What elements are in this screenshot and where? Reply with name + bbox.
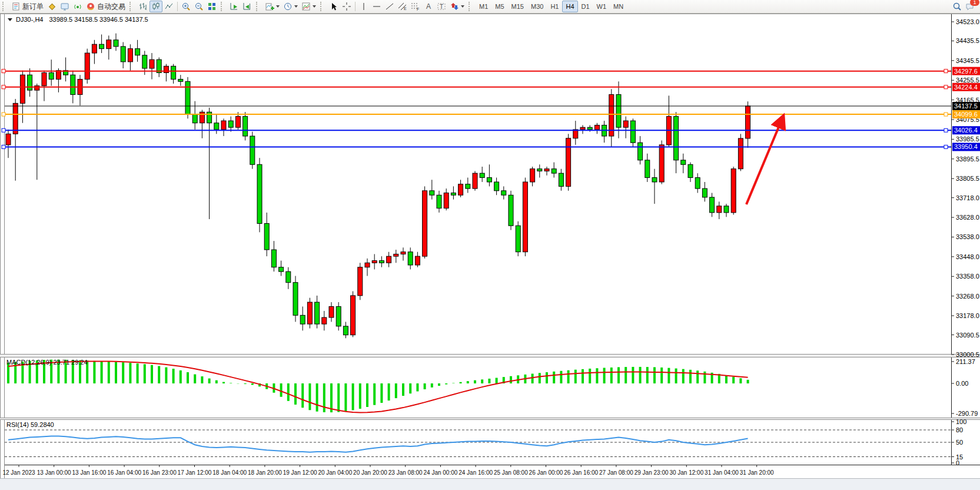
autotrade-button[interactable]: 自动交易 bbox=[84, 1, 127, 12]
toolbar-grip[interactable] bbox=[256, 2, 261, 11]
price-line-34026.4[interactable] bbox=[2, 128, 951, 132]
symbol-dropdown-icon[interactable] bbox=[8, 18, 12, 21]
time-label: 20 Jan 04:00 bbox=[318, 469, 352, 476]
templates-button[interactable] bbox=[300, 1, 318, 12]
periods-button[interactable] bbox=[281, 1, 300, 12]
toolbar-grip[interactable] bbox=[129, 2, 135, 11]
indicators-button[interactable] bbox=[263, 1, 281, 12]
timeframe-m15[interactable]: M15 bbox=[508, 1, 527, 12]
svg-text:211.37: 211.37 bbox=[956, 358, 975, 365]
text-label-button[interactable]: T bbox=[435, 1, 448, 12]
chart-window: 34523.034435.534345.534255.534165.534075… bbox=[0, 14, 980, 490]
svg-text:34026.4: 34026.4 bbox=[954, 127, 978, 134]
fibonacci-button[interactable]: F bbox=[409, 1, 422, 12]
zoom-in-button[interactable] bbox=[180, 1, 192, 12]
crosshair-button[interactable] bbox=[340, 1, 353, 12]
time-label: 31 Jan 20:00 bbox=[740, 469, 774, 476]
rsi-pane bbox=[5, 430, 951, 457]
svg-text:34099.6: 34099.6 bbox=[954, 111, 978, 118]
trendline-button[interactable] bbox=[383, 1, 396, 12]
price-line-34224.4[interactable] bbox=[2, 85, 951, 89]
cursor-button[interactable] bbox=[327, 1, 340, 12]
svg-text:33000.5: 33000.5 bbox=[956, 351, 979, 358]
time-label: 27 Jan 08:00 bbox=[599, 469, 633, 476]
svg-text:80: 80 bbox=[956, 426, 963, 433]
svg-text:33985.5: 33985.5 bbox=[956, 135, 979, 143]
line-chart-button[interactable] bbox=[162, 1, 175, 12]
zoom-out-button[interactable] bbox=[192, 1, 205, 12]
bar-chart-button[interactable] bbox=[137, 1, 150, 12]
timeframe-h4[interactable]: H4 bbox=[562, 1, 577, 12]
toolbar-grip[interactable] bbox=[469, 2, 474, 11]
status-strip bbox=[0, 478, 980, 490]
dropdown-caret bbox=[294, 5, 298, 8]
text-button[interactable]: A bbox=[422, 1, 435, 12]
price-line-34099.6[interactable] bbox=[2, 112, 951, 116]
market-depth-button[interactable] bbox=[58, 1, 71, 12]
time-label: 16 Jan 23:00 bbox=[142, 469, 177, 476]
time-label: 13 Jan 00:00 bbox=[37, 469, 71, 476]
timeframe-h1[interactable]: H1 bbox=[547, 1, 562, 12]
arrow-objects-icon bbox=[450, 2, 459, 11]
timeframe-m1[interactable]: M1 bbox=[476, 1, 491, 12]
cursor-icon bbox=[329, 2, 338, 11]
rsi-label: RSI(14) 59.2840 bbox=[6, 421, 54, 428]
time-label: 26 Jan 00:00 bbox=[529, 469, 563, 476]
toolbar-grip[interactable] bbox=[320, 2, 325, 11]
time-label: 26 Jan 16:00 bbox=[564, 469, 598, 476]
line-chart-icon bbox=[164, 2, 174, 11]
timeframe-m5[interactable]: M5 bbox=[491, 1, 507, 12]
toolbar-grip[interactable] bbox=[221, 2, 226, 11]
fibonacci-icon: F bbox=[411, 2, 420, 11]
seal-button[interactable] bbox=[45, 1, 58, 12]
horizontal-line-button[interactable] bbox=[370, 1, 383, 12]
price-badge-34026.4: 34026.4 bbox=[952, 126, 980, 134]
timeframe-d1[interactable]: D1 bbox=[578, 1, 593, 12]
notifications-button[interactable]: 1 bbox=[964, 1, 976, 12]
template-icon bbox=[301, 2, 311, 11]
rsi-line bbox=[8, 436, 748, 452]
time-label: 29 Jan 23:00 bbox=[634, 469, 669, 476]
svg-text:33538.0: 33538.0 bbox=[956, 233, 979, 240]
auto-scroll-button[interactable] bbox=[228, 1, 241, 12]
channel-button[interactable]: E bbox=[396, 1, 409, 12]
time-label: 24 Jan 16:00 bbox=[459, 469, 493, 476]
clock-icon bbox=[283, 2, 293, 11]
vertical-line-icon bbox=[359, 2, 368, 11]
market-depth-icon bbox=[60, 2, 69, 11]
timeframe-m30[interactable]: M30 bbox=[527, 1, 547, 12]
dropdown-caret bbox=[313, 5, 316, 8]
tile-windows-button[interactable] bbox=[205, 1, 218, 12]
svg-text:A: A bbox=[426, 2, 431, 11]
search-button[interactable] bbox=[951, 1, 964, 12]
time-label: 24 Jan 00:00 bbox=[423, 469, 457, 476]
signals-button[interactable] bbox=[71, 1, 84, 12]
vertical-line-button[interactable] bbox=[357, 1, 370, 12]
horizontal-line-icon bbox=[372, 2, 381, 11]
svg-text:34345.5: 34345.5 bbox=[956, 57, 979, 64]
notification-count-badge: 1 bbox=[970, 0, 979, 6]
price-line-34297.6[interactable] bbox=[2, 69, 951, 73]
svg-text:34255.5: 34255.5 bbox=[956, 77, 979, 84]
time-label: 20 Jan 20:00 bbox=[353, 469, 387, 476]
toolbar-grip[interactable] bbox=[2, 2, 8, 11]
price-badge-34224.4: 34224.4 bbox=[952, 83, 980, 91]
timeframe-mn[interactable]: MN bbox=[610, 1, 627, 12]
mt4-window: { "toolbar": { "new_order_label": "新订单",… bbox=[0, 0, 980, 490]
svg-text:34224.4: 34224.4 bbox=[954, 84, 978, 91]
svg-text:E: E bbox=[404, 6, 407, 11]
timeframe-w1[interactable]: W1 bbox=[593, 1, 610, 12]
macd-pane bbox=[8, 360, 748, 413]
svg-text:100: 100 bbox=[956, 418, 966, 425]
new-order-button[interactable]: 新订单 bbox=[9, 1, 45, 12]
price-line-33950.4[interactable] bbox=[2, 145, 951, 148]
arrows-button[interactable] bbox=[448, 1, 466, 12]
add-indicator-icon bbox=[265, 2, 274, 11]
svg-text:T: T bbox=[440, 4, 443, 10]
svg-text:0.00: 0.00 bbox=[956, 380, 968, 387]
chart-shift-button[interactable] bbox=[241, 1, 254, 12]
candlestick-chart-button[interactable] bbox=[150, 1, 162, 12]
price-badge-33950.4: 33950.4 bbox=[952, 143, 980, 151]
svg-text:33448.0: 33448.0 bbox=[956, 253, 979, 260]
chart-canvas[interactable]: 34523.034435.534345.534255.534165.534075… bbox=[0, 14, 980, 490]
